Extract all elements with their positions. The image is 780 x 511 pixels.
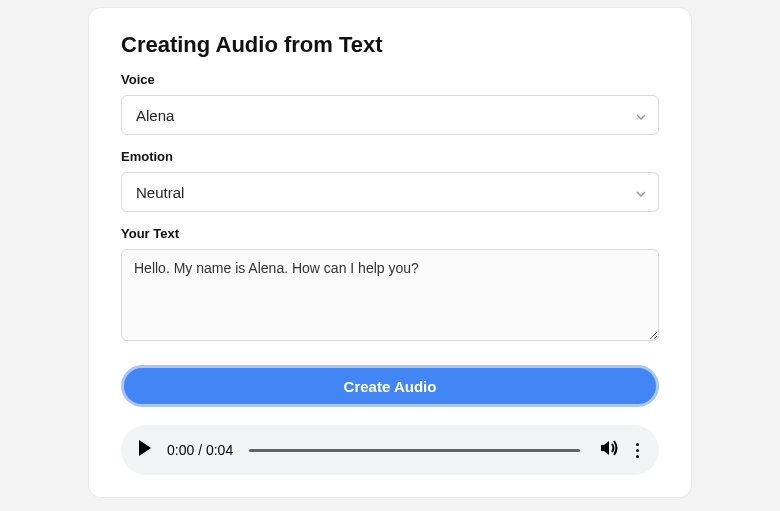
play-icon[interactable] <box>137 439 153 461</box>
emotion-selected-value: Neutral <box>136 184 184 201</box>
emotion-select[interactable]: Neutral <box>121 172 659 212</box>
chevron-down-icon <box>636 106 646 124</box>
emotion-field: Emotion Neutral <box>121 149 659 212</box>
chevron-down-icon <box>636 183 646 201</box>
voice-select[interactable]: Alena <box>121 95 659 135</box>
text-label: Your Text <box>121 226 659 241</box>
audio-player: 0:00 / 0:04 <box>121 425 659 475</box>
player-time: 0:00 / 0:04 <box>167 442 233 458</box>
voice-selected-value: Alena <box>136 107 174 124</box>
text-input[interactable] <box>121 249 659 341</box>
volume-icon[interactable] <box>600 439 620 461</box>
audio-form-card: Creating Audio from Text Voice Alena Emo… <box>89 8 691 497</box>
voice-label: Voice <box>121 72 659 87</box>
page-title: Creating Audio from Text <box>121 32 659 58</box>
text-field: Your Text <box>121 226 659 345</box>
emotion-label: Emotion <box>121 149 659 164</box>
voice-field: Voice Alena <box>121 72 659 135</box>
progress-slider[interactable] <box>249 449 580 452</box>
more-options-icon[interactable] <box>632 439 643 462</box>
create-audio-button[interactable]: Create Audio <box>121 365 659 407</box>
